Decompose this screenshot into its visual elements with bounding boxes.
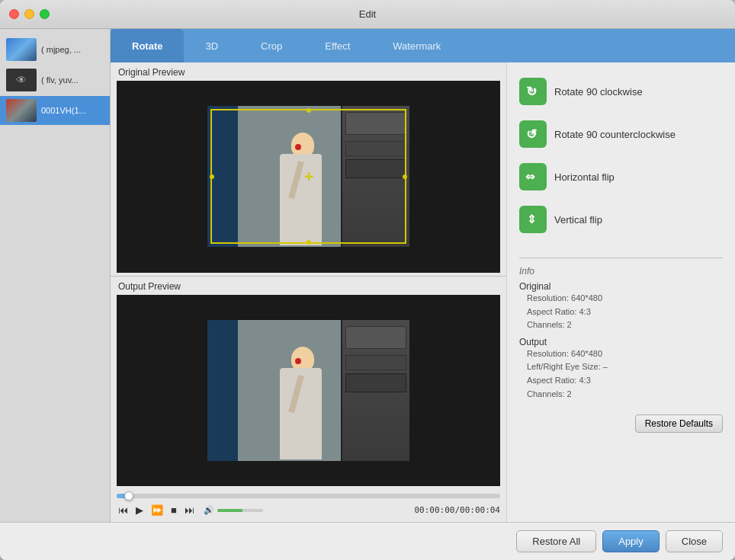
maximize-button[interactable] (40, 9, 50, 19)
skip-forward-button[interactable]: ⏭ (183, 503, 196, 517)
original-video-frame: ✛ (207, 106, 409, 247)
person-arm (288, 161, 304, 199)
controls-section: ⏮ ▶ ⏩ ■ ⏭ 🔊 0 (111, 489, 506, 522)
fast-forward-button[interactable]: ⏩ (149, 503, 165, 517)
time-current: 00:00:00 (414, 505, 454, 515)
svg-text:90: 90 (530, 87, 536, 94)
hflip-button[interactable]: ⇔ Horizontal flip (519, 160, 723, 194)
restore-all-button[interactable]: Restore All (516, 530, 596, 552)
vflip-icon: ⇕ (519, 206, 547, 233)
stop-button[interactable]: ■ (169, 503, 178, 517)
output-label: Output (519, 337, 723, 347)
output-equipment-left (207, 320, 238, 461)
edit-window: Edit ( mjpeg, ... 👁 ( flv, yuv... 000 (0, 0, 735, 560)
original-aspect: Aspect Ratio: 4:3 (519, 306, 723, 319)
tab-watermark[interactable]: Watermark (371, 29, 462, 62)
output-resolution: Resolution: 640*480 (519, 347, 723, 361)
apply-button[interactable]: Apply (602, 530, 660, 552)
time-display: 00:00:00/00:00:04 (414, 505, 500, 515)
vflip-label: Vertical flip (554, 214, 602, 226)
rotate-cw-icon: ↻ 90 (519, 78, 547, 105)
skip-back-button[interactable]: ⏮ (117, 503, 130, 517)
original-video-bg: ✛ (117, 81, 500, 273)
equipment-panel-right (341, 106, 409, 247)
sidebar-thumb-2: 👁 (6, 69, 37, 91)
sidebar-thumb-1 (6, 38, 37, 61)
svg-text:90: 90 (530, 130, 536, 136)
sidebar-item-3[interactable]: 0001VH(1... (0, 96, 110, 125)
output-video-frame (207, 320, 409, 461)
volume-fill (217, 509, 242, 512)
preview-section: Original Preview (111, 62, 506, 522)
rotate-ccw-icon: ↺ 90 (519, 120, 547, 148)
output-preview-label: Output Preview (111, 277, 506, 295)
tab-rotate[interactable]: Rotate (111, 29, 184, 62)
close-button[interactable] (9, 9, 19, 19)
original-preview: Original Preview (111, 62, 506, 277)
info-title: Info (519, 266, 723, 277)
svg-text:⇕: ⇕ (527, 213, 537, 226)
original-resolution: Resolution: 640*480 (519, 292, 723, 306)
right-panel: ↻ 90 Rotate 90 clockwise ↺ 90 (506, 62, 735, 522)
output-eye-size: Left/Right Eye Size: – (519, 360, 723, 374)
original-channels: Channels: 2 (519, 318, 723, 332)
output-equipment-right (341, 320, 409, 461)
output-person (276, 347, 329, 461)
right-section: Rotate 3D Crop Effect Watermark Original… (111, 29, 735, 522)
restore-defaults-button[interactable]: Restore Defaults (635, 414, 723, 433)
person-body (280, 154, 322, 245)
close-dialog-button[interactable]: Close (666, 530, 723, 552)
play-button[interactable]: ▶ (134, 503, 145, 517)
person-figure (276, 133, 329, 247)
sidebar-label-3: 0001VH(1... (41, 106, 86, 115)
original-preview-label: Original Preview (111, 62, 506, 81)
transport-controls: ⏮ ▶ ⏩ ■ ⏭ 🔊 0 (117, 503, 500, 517)
sidebar: ( mjpeg, ... 👁 ( flv, yuv... 0001VH(1... (0, 29, 111, 522)
title-bar: Edit (0, 0, 735, 29)
output-preview: Output Preview (111, 277, 506, 490)
svg-text:⇔: ⇔ (525, 171, 535, 183)
time-total: 00:00:04 (460, 505, 500, 515)
rotate-ccw-button[interactable]: ↺ 90 Rotate 90 counterclockwise (519, 117, 723, 151)
progress-bar[interactable] (117, 494, 500, 498)
window-controls (9, 9, 50, 19)
minimize-button[interactable] (24, 9, 34, 19)
sidebar-item-2[interactable]: 👁 ( flv, yuv... (0, 66, 110, 94)
bottom-bar: Restore All Apply Close (0, 522, 735, 560)
rotate-ccw-label: Rotate 90 counterclockwise (554, 129, 676, 140)
equipment-panel-left (207, 106, 238, 247)
rotate-cw-label: Rotate 90 clockwise (554, 86, 643, 98)
hflip-icon: ⇔ (519, 163, 547, 190)
vflip-button[interactable]: ⇕ Vertical flip (519, 203, 723, 236)
original-label: Original (519, 281, 723, 292)
rotate-cw-button[interactable]: ↻ 90 Rotate 90 clockwise (519, 75, 723, 108)
tab-effect[interactable]: Effect (303, 29, 371, 62)
output-aspect: Aspect Ratio: 4:3 (519, 374, 723, 388)
tab-crop[interactable]: Crop (239, 29, 303, 62)
volume-bar[interactable] (217, 509, 263, 512)
tab-3d[interactable]: 3D (184, 29, 239, 62)
sidebar-label-1: ( mjpeg, ... (41, 45, 81, 54)
sidebar-thumb-3 (6, 99, 37, 122)
volume-icon: 🔊 (204, 505, 214, 515)
main-content: ( mjpeg, ... 👁 ( flv, yuv... 0001VH(1...… (0, 29, 735, 522)
info-section: Info Original Resolution: 640*480 Aspect… (519, 258, 723, 433)
window-title: Edit (359, 8, 376, 20)
eye-icon: 👁 (16, 74, 27, 86)
tab-bar: Rotate 3D Crop Effect Watermark (111, 29, 735, 62)
sidebar-item-1[interactable]: ( mjpeg, ... (0, 35, 110, 64)
volume-section: 🔊 (204, 505, 263, 515)
output-video-bg (117, 295, 500, 487)
output-channels: Channels: 2 (519, 388, 723, 402)
hflip-label: Horizontal flip (554, 171, 615, 183)
content-area: Original Preview (111, 62, 735, 522)
progress-thumb[interactable] (124, 491, 133, 501)
sidebar-label-2: ( flv, yuv... (41, 75, 79, 85)
